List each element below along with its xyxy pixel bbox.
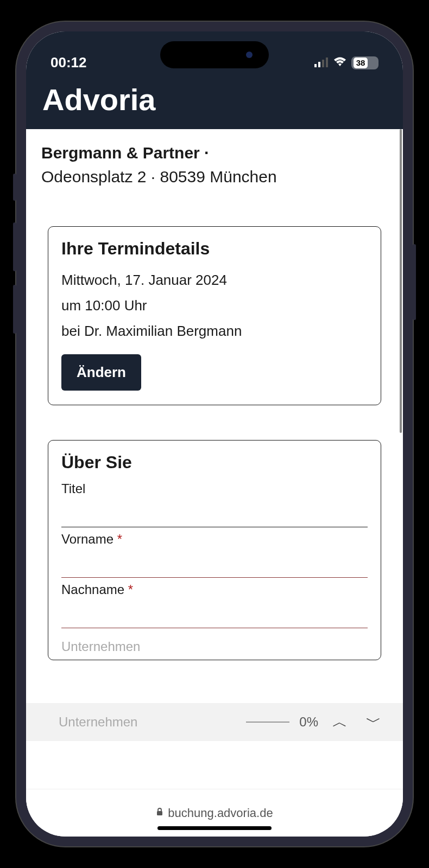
svg-rect-0 (314, 64, 317, 67)
lock-icon (156, 807, 163, 819)
status-indicators: 38 (314, 54, 378, 71)
appointment-with: bei Dr. Maximilian Bergmann (61, 318, 368, 344)
progress-line (246, 722, 289, 723)
appointment-date: Mittwoch, 17. Januar 2024 (61, 267, 368, 293)
svg-rect-4 (157, 811, 162, 815)
home-indicator[interactable] (157, 826, 272, 830)
separator: · (200, 144, 209, 162)
required-mark: * (117, 532, 122, 546)
main-content[interactable]: Bergmann & Partner · Odeonsplatz 2 · 805… (26, 129, 403, 789)
change-button[interactable]: Ändern (61, 354, 141, 391)
company-field-faded: Unternehmen (59, 714, 137, 730)
firstname-input[interactable] (61, 549, 368, 578)
side-button (13, 174, 16, 201)
dynamic-island (160, 41, 269, 68)
volume-up-button (13, 222, 16, 271)
title-label: Titel (61, 481, 368, 496)
app-header: Advoria (26, 78, 403, 129)
firstname-field: Vorname * (61, 532, 368, 578)
cellular-signal-icon (314, 54, 329, 71)
appointment-time: um 10:00 Uhr (61, 293, 368, 318)
progress-percent: 0% (299, 714, 318, 730)
required-mark: * (128, 582, 133, 597)
company-address: Odeonsplatz 2 · 80539 München (41, 168, 277, 186)
lastname-input[interactable] (61, 599, 368, 628)
app-title: Advoria (42, 82, 156, 117)
firstname-label-text: Vorname (61, 532, 113, 546)
title-input[interactable] (61, 499, 368, 527)
form-title: Über Sie (61, 452, 368, 473)
status-time: 00:12 (51, 54, 87, 71)
battery-icon: 38 (351, 56, 378, 69)
battery-level: 38 (354, 58, 368, 68)
appointment-details-card: Ihre Termindetails Mittwoch, 17. Januar … (48, 226, 381, 405)
about-you-card: Über Sie Titel Vorname * Nachname * (48, 440, 381, 660)
browser-url: buchung.advoria.de (168, 806, 273, 820)
appointment-title: Ihre Termindetails (61, 239, 368, 259)
company-field-label: Unternehmen (61, 633, 368, 654)
company-info: Bergmann & Partner · Odeonsplatz 2 · 805… (26, 129, 403, 210)
chevron-up-icon[interactable]: ︿ (328, 712, 352, 732)
wifi-icon (333, 54, 347, 71)
lastname-label: Nachname * (61, 582, 368, 597)
scroll-indicator[interactable] (400, 129, 402, 433)
title-field: Titel (61, 481, 368, 527)
company-name: Bergmann & Partner (41, 144, 200, 162)
progress-bar: Unternehmen 0% ︿ ﹀ (26, 703, 403, 741)
phone-frame: 00:12 38 Advoria Bergmann & Partner · Od… (16, 22, 413, 846)
lastname-field: Nachname * (61, 582, 368, 628)
chevron-down-icon[interactable]: ﹀ (362, 712, 386, 732)
volume-down-button (13, 285, 16, 334)
lastname-label-text: Nachname (61, 582, 124, 597)
svg-rect-2 (322, 60, 324, 67)
svg-rect-1 (318, 62, 320, 67)
power-button (413, 244, 416, 320)
svg-rect-3 (326, 58, 328, 67)
firstname-label: Vorname * (61, 532, 368, 547)
phone-screen: 00:12 38 Advoria Bergmann & Partner · Od… (26, 31, 403, 837)
